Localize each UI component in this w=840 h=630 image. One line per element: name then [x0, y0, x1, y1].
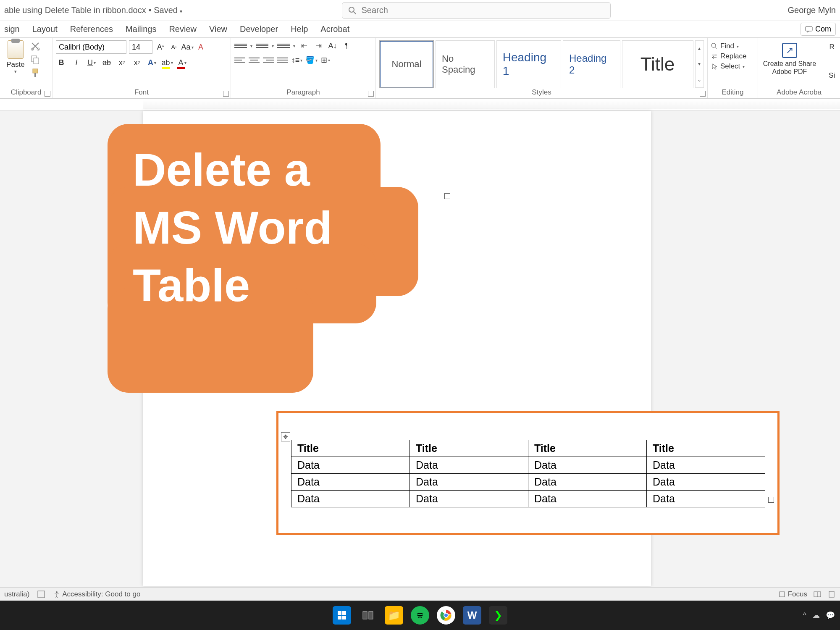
spotify-icon[interactable] — [411, 606, 429, 625]
tab-help[interactable]: Help — [291, 24, 308, 34]
tab-layout[interactable]: Layout — [32, 24, 58, 34]
borders-button[interactable]: ⊞ — [320, 55, 331, 66]
table2-cell[interactable]: Data — [291, 491, 410, 507]
read-mode-icon[interactable] — [813, 590, 822, 598]
align-left-button[interactable] — [234, 55, 245, 66]
user-name[interactable]: George Myln — [788, 5, 836, 15]
text-effects-button[interactable]: A — [147, 57, 158, 68]
find-button[interactable]: Find ▾ — [711, 42, 754, 50]
document-table-2[interactable]: Title Title Title Title Data Data Data D… — [291, 440, 765, 507]
table2-cell[interactable]: Data — [410, 474, 528, 491]
search-input[interactable] — [361, 5, 604, 15]
status-language[interactable]: ustralia) — [4, 590, 29, 598]
tab-review[interactable]: Review — [169, 24, 197, 34]
paste-button[interactable]: Paste ▾ — [3, 40, 28, 88]
decrease-indent-icon[interactable]: ⇤ — [299, 40, 310, 51]
terminal-icon[interactable]: ❯ — [489, 606, 507, 625]
table-move-handle-icon[interactable]: ✥ — [281, 432, 290, 441]
task-view-icon[interactable] — [359, 606, 377, 625]
numbering-button[interactable] — [256, 40, 268, 51]
comments-button[interactable]: Com — [801, 23, 836, 36]
tray-chevron-icon[interactable]: ^ — [803, 611, 806, 620]
clear-formatting-icon[interactable]: A — [195, 42, 206, 52]
table2-cell[interactable]: Data — [528, 491, 647, 507]
focus-button[interactable]: Focus — [778, 590, 807, 598]
styles-scroll[interactable]: ▴▾⌄ — [695, 40, 704, 88]
bullets-button[interactable] — [234, 40, 247, 51]
superscript-button[interactable]: x2 — [131, 57, 142, 68]
style-title[interactable]: Title — [622, 40, 693, 88]
search-box[interactable] — [342, 2, 611, 19]
chat-icon[interactable]: 💬 — [826, 611, 835, 620]
tab-references[interactable]: References — [70, 24, 113, 34]
table2-resize-handle[interactable] — [768, 497, 774, 503]
table2-cell[interactable]: Data — [647, 474, 765, 491]
word-icon[interactable]: W — [463, 606, 481, 625]
table2-header[interactable]: Title — [291, 440, 410, 457]
align-center-button[interactable] — [249, 55, 260, 66]
table2-cell[interactable]: Data — [291, 474, 410, 491]
shrink-font-icon[interactable]: A^ — [168, 42, 179, 52]
font-color-button[interactable]: A — [177, 57, 188, 68]
strikethrough-button[interactable]: ab — [101, 57, 112, 68]
line-spacing-button[interactable]: ↕≡ — [291, 55, 302, 66]
shading-button[interactable]: 🪣 — [306, 55, 317, 66]
multilevel-button[interactable] — [277, 40, 290, 51]
bold-button[interactable]: B — [56, 57, 67, 68]
style-normal[interactable]: Normal — [379, 40, 434, 88]
table2-header[interactable]: Title — [528, 440, 647, 457]
start-icon[interactable] — [333, 606, 351, 625]
create-share-pdf-icon[interactable]: ↗ — [782, 43, 797, 58]
table2-cell[interactable]: Data — [647, 457, 765, 474]
save-status[interactable]: • Saved ▾ — [149, 5, 183, 15]
font-dialog-launcher[interactable] — [223, 91, 229, 97]
table2-cell[interactable]: Data — [410, 491, 528, 507]
table2-cell[interactable]: Data — [647, 491, 765, 507]
tab-design[interactable]: sign — [4, 24, 20, 34]
table1-resize-handle[interactable] — [444, 193, 450, 199]
grow-font-icon[interactable]: A^ — [155, 42, 166, 52]
replace-button[interactable]: Replace — [711, 52, 754, 60]
change-case-button[interactable]: Aa — [182, 42, 193, 52]
adobe-si-label[interactable]: Si — [829, 71, 835, 80]
justify-button[interactable] — [277, 55, 288, 66]
copy-icon[interactable] — [30, 55, 40, 65]
font-name-input[interactable] — [56, 40, 126, 54]
sort-icon[interactable]: A↓ — [327, 40, 338, 51]
clipboard-dialog-launcher[interactable] — [45, 91, 50, 97]
cut-icon[interactable] — [30, 41, 40, 51]
table2-cell[interactable]: Data — [291, 457, 410, 474]
highlight-button[interactable]: ab — [162, 57, 173, 68]
tab-acrobat[interactable]: Acrobat — [320, 24, 349, 34]
table2-cell[interactable]: Data — [410, 457, 528, 474]
format-painter-icon[interactable] — [30, 68, 40, 78]
onedrive-icon[interactable]: ☁ — [812, 611, 820, 620]
increase-indent-icon[interactable]: ⇥ — [313, 40, 324, 51]
status-accessibility[interactable]: Accessibility: Good to go — [53, 590, 140, 598]
system-tray[interactable]: ^ ☁ 💬 — [803, 611, 835, 620]
show-marks-icon[interactable]: ¶ — [341, 40, 352, 51]
table2-header[interactable]: Title — [647, 440, 765, 457]
underline-button[interactable]: U — [86, 57, 97, 68]
style-heading2[interactable]: Heading 2 — [563, 40, 620, 88]
macro-icon[interactable] — [37, 590, 45, 598]
style-no-spacing[interactable]: No Spacing — [436, 40, 495, 88]
font-size-input[interactable] — [129, 40, 152, 54]
table2-cell[interactable]: Data — [528, 457, 647, 474]
subscript-button[interactable]: x2 — [116, 57, 127, 68]
style-heading1[interactable]: Heading 1 — [496, 40, 561, 88]
select-button[interactable]: Select ▾ — [711, 62, 754, 71]
chrome-icon[interactable] — [437, 606, 455, 625]
horizontal-ruler[interactable] — [0, 99, 840, 110]
tab-mailings[interactable]: Mailings — [126, 24, 156, 34]
tab-developer[interactable]: Developer — [240, 24, 278, 34]
print-layout-icon[interactable] — [827, 590, 836, 598]
tab-view[interactable]: View — [209, 24, 227, 34]
italic-button[interactable]: I — [71, 57, 82, 68]
styles-dialog-launcher[interactable] — [700, 91, 706, 97]
adobe-request-label[interactable]: R — [830, 43, 835, 51]
table2-header[interactable]: Title — [410, 440, 528, 457]
paragraph-dialog-launcher[interactable] — [368, 91, 374, 97]
file-explorer-icon[interactable]: 📁 — [385, 606, 403, 625]
table2-cell[interactable]: Data — [528, 474, 647, 491]
